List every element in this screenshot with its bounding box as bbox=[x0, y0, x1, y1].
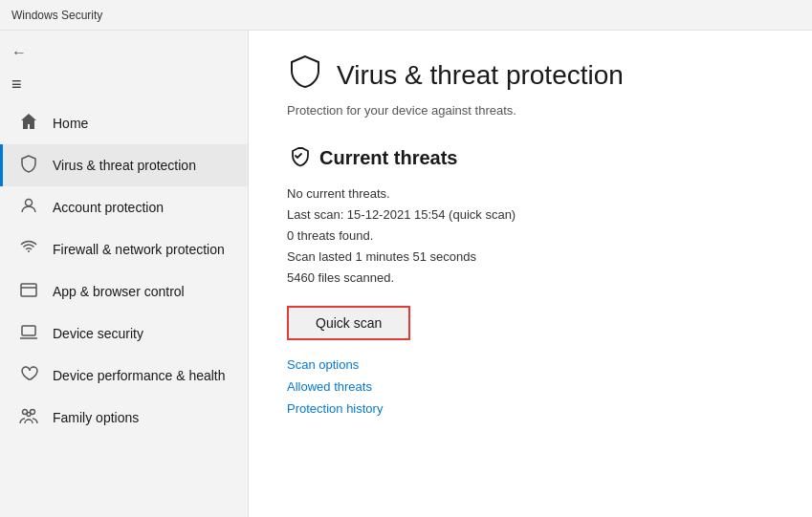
sidebar-item-performance-label: Device performance & health bbox=[53, 368, 226, 383]
sidebar-item-account[interactable]: Account protection bbox=[0, 186, 248, 228]
home-icon bbox=[18, 112, 39, 135]
sidebar-item-firewall-label: Firewall & network protection bbox=[53, 242, 225, 257]
person-icon bbox=[18, 196, 39, 219]
sidebar-item-device[interactable]: Device security bbox=[0, 312, 248, 355]
svg-point-0 bbox=[26, 200, 33, 206]
sidebar-item-family[interactable]: Family options bbox=[0, 397, 248, 439]
family-icon bbox=[18, 406, 39, 429]
sidebar: ← ≡ Home Virus & threat protection bbox=[0, 31, 249, 517]
links-container: Scan options Allowed threats Protection … bbox=[287, 357, 774, 416]
sidebar-item-firewall[interactable]: Firewall & network protection bbox=[0, 228, 248, 270]
browser-icon bbox=[18, 280, 39, 303]
svg-rect-3 bbox=[22, 326, 35, 335]
back-button[interactable]: ← bbox=[11, 44, 27, 61]
page-subtitle: Protection for your device against threa… bbox=[287, 103, 774, 118]
section-header: Current threats bbox=[287, 144, 774, 172]
section-title: Current threats bbox=[319, 147, 457, 169]
page-title: Virus & threat protection bbox=[337, 60, 624, 91]
svg-rect-1 bbox=[21, 284, 36, 296]
allowed-threats-link[interactable]: Allowed threats bbox=[287, 379, 774, 394]
threat-line1: No current threats. bbox=[287, 183, 774, 205]
threat-line5: 5460 files scanned. bbox=[287, 268, 774, 289]
laptop-icon bbox=[18, 322, 39, 345]
sidebar-item-account-label: Account protection bbox=[53, 200, 164, 215]
page-shield-icon bbox=[287, 54, 323, 97]
threat-info: No current threats. Last scan: 15-12-202… bbox=[287, 183, 774, 289]
sidebar-item-virus-label: Virus & threat protection bbox=[53, 158, 196, 173]
shield-icon bbox=[18, 154, 39, 177]
scan-options-link[interactable]: Scan options bbox=[287, 357, 774, 372]
sidebar-item-browser-label: App & browser control bbox=[53, 284, 185, 299]
refresh-shield-icon bbox=[287, 144, 310, 172]
protection-history-link[interactable]: Protection history bbox=[287, 401, 774, 416]
threat-line4: Scan lasted 1 minutes 51 seconds bbox=[287, 247, 774, 268]
heart-icon bbox=[18, 364, 39, 387]
threat-line3: 0 threats found. bbox=[287, 226, 774, 247]
sidebar-item-device-label: Device security bbox=[53, 326, 143, 341]
sidebar-item-home[interactable]: Home bbox=[0, 102, 248, 144]
sidebar-item-performance[interactable]: Device performance & health bbox=[0, 355, 248, 397]
main-content: Virus & threat protection Protection for… bbox=[249, 31, 812, 517]
svg-point-7 bbox=[27, 413, 31, 417]
sidebar-item-home-label: Home bbox=[53, 116, 88, 131]
quick-scan-button[interactable]: Quick scan bbox=[287, 306, 410, 340]
sidebar-item-family-label: Family options bbox=[53, 410, 139, 425]
threat-line2: Last scan: 15-12-2021 15:54 (quick scan) bbox=[287, 205, 774, 226]
hamburger-button[interactable]: ≡ bbox=[0, 67, 248, 102]
sidebar-item-browser[interactable]: App & browser control bbox=[0, 270, 248, 312]
page-header: Virus & threat protection bbox=[287, 54, 774, 97]
wifi-icon bbox=[18, 238, 39, 261]
sidebar-item-virus[interactable]: Virus & threat protection bbox=[0, 144, 248, 186]
app-title: Windows Security bbox=[11, 9, 102, 22]
